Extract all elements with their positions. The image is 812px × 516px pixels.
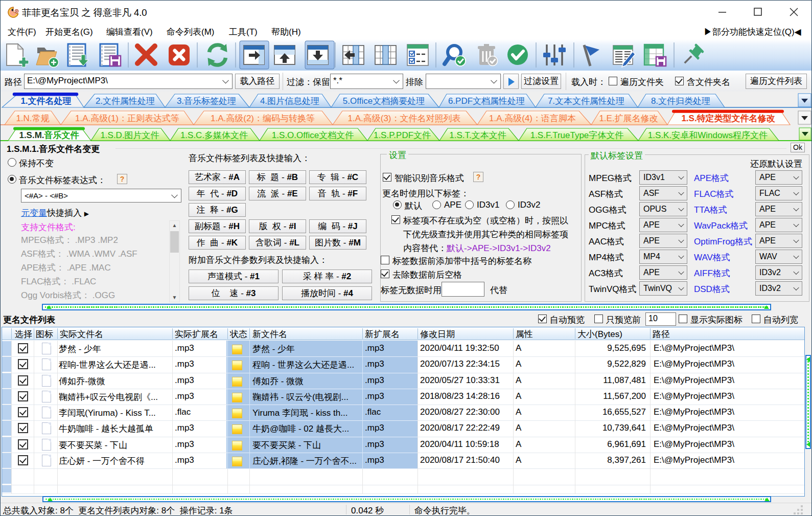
svg-text:1.文件名处理: 1.文件名处理: [20, 96, 71, 106]
svg-text:1.S.D.图片文件: 1.S.D.图片文件: [100, 130, 159, 140]
svg-text:5.Office文档摘要处理: 5.Office文档摘要处理: [343, 96, 425, 106]
svg-text:3.音乐标签处理: 3.音乐标签处理: [177, 96, 236, 106]
svg-text:1.S.C.多媒体文件: 1.S.C.多媒体文件: [180, 130, 248, 140]
svg-text:1.A.高级(2)：编码与转换等: 1.A.高级(2)：编码与转换等: [211, 114, 315, 123]
svg-text:1.N.常规: 1.N.常规: [16, 114, 50, 123]
svg-text:1.S.K.安卓和Windows程序文件: 1.S.K.安卓和Windows程序文件: [648, 130, 768, 140]
svg-text:6.PDF文档属性处理: 6.PDF文档属性处理: [448, 96, 525, 106]
svg-text:1.S.F.TrueType字体文件: 1.S.F.TrueType字体文件: [530, 130, 624, 140]
svg-text:7.文本文件属性处理: 7.文本文件属性处理: [548, 96, 624, 106]
svg-text:2.文件属性处理: 2.文件属性处理: [96, 96, 155, 106]
svg-text:1.S.T.文本文件: 1.S.T.文本文件: [449, 130, 506, 140]
svg-text:8.文件归类处理: 8.文件归类处理: [651, 96, 710, 106]
svg-text:1.A.高级(4)：语言脚本: 1.A.高级(4)：语言脚本: [489, 114, 576, 123]
svg-text:1.S.P.PDF文件: 1.S.P.PDF文件: [374, 130, 431, 140]
svg-text:1.S.M.音乐文件: 1.S.M.音乐文件: [19, 130, 79, 140]
svg-text:1.S.O.Office文档文件: 1.S.O.Office文档文件: [272, 130, 354, 140]
svg-text:1.E.扩展名修改: 1.E.扩展名修改: [599, 114, 658, 123]
svg-text:4.图片信息处理: 4.图片信息处理: [260, 96, 319, 106]
svg-text:1.A.高级(3)：文件名对照列表: 1.A.高级(3)：文件名对照列表: [347, 114, 460, 123]
svg-text:1.A.高级(1)：正则表达式等: 1.A.高级(1)：正则表达式等: [75, 114, 179, 123]
svg-text:1.S.特定类型文件名修改: 1.S.特定类型文件名修改: [681, 114, 775, 123]
